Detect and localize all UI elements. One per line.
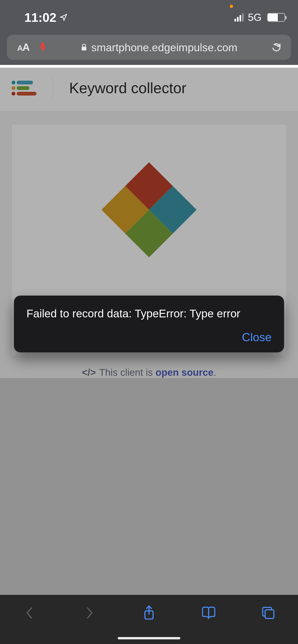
location-arrow-icon [60,14,68,21]
reload-icon[interactable] [271,42,282,52]
open-source-link[interactable]: open source [155,367,213,378]
close-button[interactable]: Close [242,330,271,344]
alert-message: Failed to record data: TypeError: Type e… [27,306,271,321]
home-indicator[interactable] [118,637,180,639]
microphone-icon[interactable] [39,42,47,53]
svg-rect-0 [41,42,44,48]
svg-rect-4 [265,610,274,618]
mic-active-indicator-icon [230,5,233,8]
safari-toolbar [0,595,298,644]
cellular-signal-icon [234,13,244,22]
lock-icon [81,43,88,52]
error-alert: Failed to record data: TypeError: Type e… [14,296,284,352]
code-icon: </> [82,367,96,378]
edge-impulse-logo-icon [12,81,37,96]
diamond-tiles-icon [101,162,197,257]
url-bar[interactable]: AA smartphone.edgeimpulse.com [7,35,291,60]
url-text: smartphone.edgeimpulse.com [91,41,237,54]
browser-chrome: AA smartphone.edgeimpulse.com [0,35,298,65]
bookmarks-button[interactable] [197,604,220,622]
footer-text: </> This client is open source. [12,367,286,378]
battery-icon [267,13,285,22]
footer-prefix: This client is [99,367,155,378]
ios-status-bar: 11:02 5G [0,0,298,35]
page-title: Keyword collector [69,80,186,97]
status-time: 11:02 [24,10,56,24]
svg-rect-2 [82,47,86,50]
share-button[interactable] [137,604,161,622]
back-button[interactable] [18,604,41,622]
network-type: 5G [248,12,261,23]
address-display[interactable]: smartphone.edgeimpulse.com [56,41,262,54]
tabs-button[interactable] [257,604,280,622]
footer-suffix: . [213,367,216,378]
app-header: Keyword collector [0,65,298,111]
forward-button[interactable] [78,604,101,622]
text-size-button[interactable]: AA [17,42,29,53]
